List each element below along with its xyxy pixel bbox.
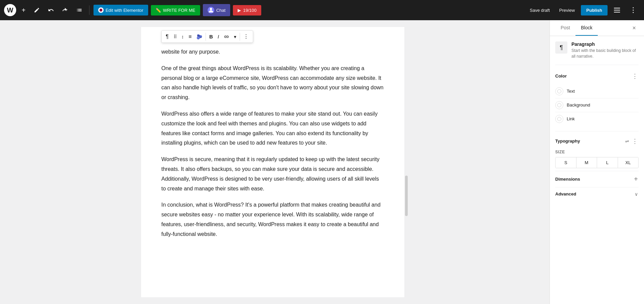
paragraph-3[interactable]: WordPress is secure, meaning that it is …	[161, 155, 384, 193]
chat-button[interactable]: Chat	[203, 4, 230, 16]
typography-more-button[interactable]: ⋮	[631, 137, 639, 146]
list-view-button[interactable]	[74, 5, 85, 15]
color-section-title: Color	[555, 73, 567, 79]
pen-tool-button[interactable]	[31, 5, 43, 15]
undo-button[interactable]	[45, 5, 57, 15]
svg-point-5	[633, 7, 634, 8]
top-toolbar: W + Edit with Elementor ✏️ WRITE FOR ME …	[0, 0, 644, 20]
toolbar-sep	[206, 33, 206, 41]
sidebar-body: ¶ Paragraph Start with the basic buildin…	[550, 36, 644, 304]
right-sidebar: Post Block × ¶ Paragraph Start with the …	[549, 20, 644, 304]
block-type-description: Start with the basic building block of a…	[571, 48, 639, 59]
main-area: ¶ ⠿ ↕ ≡ 🫐 B I	[0, 20, 644, 304]
editor-content: ¶ ⠿ ↕ ≡ 🫐 B I	[141, 27, 404, 297]
paragraph-block-icon: ¶	[555, 41, 567, 54]
color-more-button[interactable]: ⋮	[631, 72, 639, 81]
typography-filter-button[interactable]: ⇌	[624, 137, 630, 146]
sidebar-tabs: Post Block ×	[550, 20, 644, 36]
wp-logo: W	[4, 4, 16, 16]
text-color-label: Text	[567, 89, 575, 94]
dimensions-section: Dimensions +	[555, 171, 639, 187]
svg-rect-3	[614, 10, 620, 10]
svg-point-1	[210, 8, 212, 10]
editor-text-content[interactable]: website for any purpose. One of the grea…	[161, 47, 384, 239]
svg-rect-2	[614, 8, 620, 8]
elementor-icon	[98, 7, 104, 13]
size-s-button[interactable]: S	[556, 157, 576, 168]
advanced-section: Advanced ∨	[555, 187, 639, 201]
background-color-circle[interactable]	[555, 101, 563, 109]
link-color-option[interactable]: Link	[555, 112, 639, 126]
emoji-button[interactable]: 🫐	[194, 33, 204, 41]
advanced-title: Advanced	[555, 191, 576, 196]
link-color-circle[interactable]	[555, 115, 563, 123]
background-color-option[interactable]: Background	[555, 98, 639, 112]
toolbar-sep2	[240, 33, 240, 41]
size-options: S M L XL	[555, 157, 639, 168]
divider-1	[555, 131, 639, 131]
publish-button[interactable]: Publish	[581, 5, 608, 16]
redo-icon	[62, 7, 68, 13]
add-block-button[interactable]: +	[19, 4, 28, 16]
link-color-inner	[557, 117, 561, 121]
typography-section-title: Typography	[555, 139, 580, 144]
list-view-icon	[76, 7, 82, 13]
edit-with-elementor-button[interactable]: Edit with Elementor	[93, 5, 148, 16]
block-type-info: Paragraph Start with the basic building …	[571, 41, 639, 59]
editor-scroll-thumb[interactable]	[405, 176, 408, 216]
size-l-button[interactable]: L	[597, 157, 618, 168]
size-xl-button[interactable]: XL	[618, 157, 639, 168]
bold-button[interactable]: B	[207, 32, 215, 41]
text-color-option[interactable]: Text	[555, 85, 639, 98]
score-button[interactable]: ▶ 19/100	[233, 5, 261, 16]
preview-button[interactable]: Preview	[556, 5, 578, 16]
size-m-button[interactable]: M	[576, 157, 597, 168]
link-button[interactable]	[222, 33, 231, 41]
editor-scrollbar[interactable]	[404, 27, 408, 297]
svg-rect-4	[614, 12, 620, 12]
close-sidebar-button[interactable]: ×	[629, 20, 639, 36]
block-toolbar: ¶ ⠿ ↕ ≡ 🫐 B I	[161, 30, 253, 43]
more-options-dropdown[interactable]: ▾	[232, 33, 238, 41]
write-for-me-button[interactable]: ✏️ WRITE FOR ME	[151, 5, 200, 16]
write-icon: ✏️	[156, 8, 161, 13]
paragraph-2[interactable]: WordPress also offers a wide range of fe…	[161, 109, 384, 148]
content-top-line: website for any purpose.	[161, 47, 384, 57]
sidebar-toggle-button[interactable]	[610, 4, 624, 16]
typography-section-header: Typography ⇌ ⋮	[555, 137, 639, 146]
size-label: SIZE	[555, 150, 639, 154]
block-type-title: Paragraph	[571, 41, 639, 47]
toolbar-separator	[89, 5, 89, 15]
advanced-collapse-button[interactable]: ∨	[634, 191, 639, 197]
link-icon	[224, 34, 229, 39]
more-options-button[interactable]	[626, 4, 640, 16]
pen-icon	[34, 7, 40, 13]
more-icon	[629, 6, 637, 14]
paragraph-type-button[interactable]: ¶	[164, 32, 171, 41]
svg-point-7	[633, 12, 634, 13]
tab-block[interactable]: Block	[575, 20, 598, 36]
italic-button[interactable]: I	[216, 32, 221, 41]
svg-point-0	[100, 9, 102, 11]
paragraph-1[interactable]: One of the great things about WordPress …	[161, 64, 384, 102]
redo-button[interactable]	[59, 5, 71, 15]
drag-handle-button[interactable]: ⠿	[171, 33, 179, 41]
score-icon: ▶	[238, 8, 241, 13]
dimensions-add-button[interactable]: +	[633, 175, 639, 184]
block-options-button[interactable]: ⋮	[241, 32, 251, 41]
typography-controls: ⇌ ⋮	[624, 137, 639, 146]
paragraph-4[interactable]: In conclusion, what is WordPress? It's a…	[161, 200, 384, 239]
save-draft-button[interactable]: Save draft	[527, 5, 553, 16]
text-color-inner	[557, 89, 561, 93]
move-up-down-button[interactable]: ↕	[180, 33, 186, 41]
tab-post[interactable]: Post	[555, 20, 575, 36]
background-color-inner	[557, 103, 561, 107]
background-color-label: Background	[567, 102, 590, 108]
block-type-section: ¶ Paragraph Start with the basic buildin…	[555, 41, 639, 65]
dimensions-title: Dimensions	[555, 177, 580, 182]
editor-area[interactable]: ¶ ⠿ ↕ ≡ 🫐 B I	[0, 20, 549, 304]
settings-icon	[613, 6, 621, 14]
text-color-circle[interactable]	[555, 87, 563, 95]
color-section-header: Color ⋮	[555, 72, 639, 81]
align-button[interactable]: ≡	[187, 32, 194, 41]
